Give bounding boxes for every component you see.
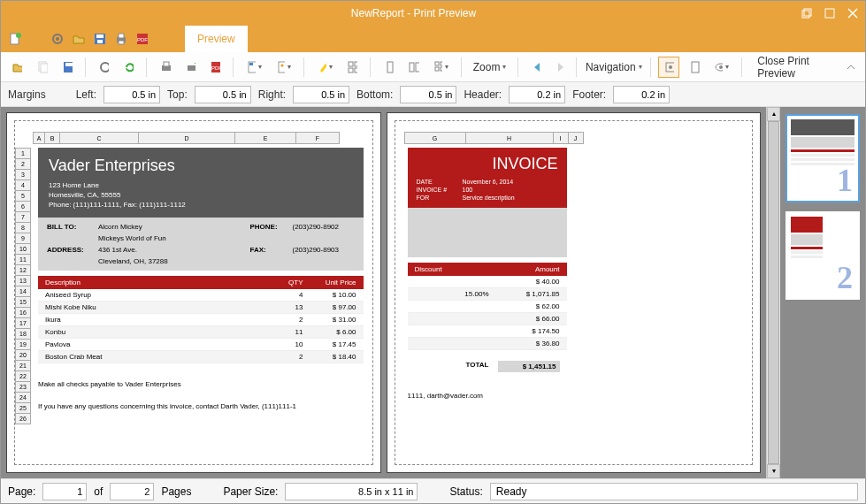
svg-rect-38 xyxy=(435,62,439,65)
open-icon[interactable] xyxy=(70,30,88,48)
left-input[interactable] xyxy=(103,86,160,103)
footer-label: Footer: xyxy=(572,88,606,101)
svg-rect-10 xyxy=(96,34,103,38)
export-rtf-button[interactable] xyxy=(241,57,267,78)
top-input[interactable] xyxy=(195,86,251,103)
thumbnails-panel: 1 2 xyxy=(780,107,865,478)
svg-point-6 xyxy=(16,33,21,38)
window-title: NewReport - Print Preview xyxy=(26,7,801,19)
bill-to-box: BILL TO:Alcorn MickeyPHONE:(203)290-8902… xyxy=(38,218,364,271)
svg-rect-40 xyxy=(435,67,439,71)
table-row: Konbu11$ 6.00 xyxy=(38,326,364,339)
maximize-icon[interactable] xyxy=(824,8,835,19)
vertical-scrollbar[interactable]: ▴▾ xyxy=(766,107,780,478)
table-header: DescriptionQTYUnit Price xyxy=(38,276,364,289)
svg-rect-1 xyxy=(804,9,811,16)
copy-button[interactable] xyxy=(31,57,52,78)
gear-icon[interactable] xyxy=(49,30,66,48)
refresh-button[interactable] xyxy=(118,57,139,78)
pdf-icon[interactable]: PDF xyxy=(134,30,151,48)
zoom-button[interactable]: Zoom xyxy=(469,57,510,78)
expand-ribbon-icon[interactable] xyxy=(840,57,860,78)
view-button[interactable] xyxy=(709,57,735,78)
select-tool-button[interactable] xyxy=(683,57,704,78)
status-label: Status: xyxy=(449,485,482,498)
svg-text:PDF: PDF xyxy=(211,65,220,71)
paper-label: Paper Size: xyxy=(223,485,278,498)
table-row: Ikura2$ 31.00 xyxy=(38,314,364,326)
quick-print-button[interactable] xyxy=(180,57,201,78)
close-preview-button[interactable]: Close Print Preview xyxy=(749,57,837,78)
notes: Make all checks payable to Vader Enterpr… xyxy=(38,379,364,413)
page-input[interactable] xyxy=(42,483,87,500)
page-label: Page: xyxy=(8,485,35,498)
contact-line: 1111, darth@vader.com xyxy=(408,392,567,400)
footer-input[interactable] xyxy=(613,86,670,103)
export-image-button[interactable] xyxy=(271,57,297,78)
paper-size[interactable] xyxy=(285,483,418,500)
table-row: Boston Crab Meat2$ 18.40 xyxy=(38,351,364,363)
thumbnails-button[interactable] xyxy=(341,57,363,78)
hand-tool-button[interactable] xyxy=(658,57,679,78)
quick-access-toolbar: PDF Preview xyxy=(1,26,865,52)
top-label: Top: xyxy=(167,88,188,101)
first-page-button[interactable] xyxy=(525,57,546,78)
page-2[interactable]: GHIJ INVOICE DATENovember 6, 2014 INVOIC… xyxy=(387,112,762,473)
new-icon[interactable] xyxy=(6,30,24,48)
right-input[interactable] xyxy=(293,86,349,103)
save-icon[interactable] xyxy=(91,30,109,48)
save-button[interactable] xyxy=(57,57,78,78)
status-bar: Page: of Pages Paper Size: Status: Ready xyxy=(1,478,865,503)
table-row: 15.00%$ 1,071.85 xyxy=(408,288,567,301)
svg-rect-34 xyxy=(355,68,357,73)
settings-button[interactable] xyxy=(93,57,114,78)
items-table: Aniseed Syrup4$ 10.00Mishi Kobe Niku13$ … xyxy=(38,289,364,363)
table-row: $ 66.00 xyxy=(408,313,567,325)
bottom-input[interactable] xyxy=(400,86,456,103)
svg-rect-33 xyxy=(349,68,353,73)
amount-header: DiscountAmount xyxy=(408,263,567,276)
pages-count xyxy=(110,483,154,500)
svg-rect-29 xyxy=(279,62,286,73)
page-1[interactable]: ABCDEF 123456789101112131415161718192021… xyxy=(6,112,381,473)
layout-two-button[interactable] xyxy=(402,57,424,78)
table-row: Mishi Kobe Niku13$ 97.00 xyxy=(38,302,364,314)
header-input[interactable] xyxy=(509,86,565,103)
print-icon[interactable] xyxy=(112,30,130,48)
svg-point-8 xyxy=(56,37,59,41)
svg-rect-2 xyxy=(825,9,834,18)
table-row: $ 40.00 xyxy=(408,276,567,288)
header-label: Header: xyxy=(464,88,502,101)
layout-single-button[interactable] xyxy=(378,57,399,78)
col-labels-p1: ABCDEF xyxy=(33,132,339,144)
table-row: $ 36.80 xyxy=(408,338,567,350)
main-toolbar: PDF Zoom Navigation Close Print Preview xyxy=(1,52,865,82)
close-icon[interactable] xyxy=(847,8,858,19)
export-pdf-button[interactable]: PDF xyxy=(204,57,226,78)
tab-preview[interactable]: Preview xyxy=(185,26,248,52)
layout-grid-button[interactable] xyxy=(428,57,455,78)
open-button[interactable] xyxy=(6,57,27,78)
status-text: Ready xyxy=(490,483,858,500)
restore-icon[interactable] xyxy=(801,8,812,19)
last-page-button[interactable] xyxy=(549,57,570,78)
svg-rect-18 xyxy=(41,64,47,73)
titlebar: NewReport - Print Preview xyxy=(1,1,865,26)
bottom-label: Bottom: xyxy=(356,88,393,101)
preview-pages: ABCDEF 123456789101112131415161718192021… xyxy=(1,107,766,478)
svg-rect-35 xyxy=(387,62,393,73)
preview-content: ABCDEF 123456789101112131415161718192021… xyxy=(1,107,865,478)
qa-dropdown-icon[interactable] xyxy=(155,30,172,48)
svg-rect-32 xyxy=(355,62,357,66)
highlight-button[interactable] xyxy=(311,57,338,78)
thumbnail-2[interactable]: 2 xyxy=(786,211,860,300)
row-labels-p1: 1234567891011121314151617181920212223242… xyxy=(15,148,31,424)
print-button[interactable] xyxy=(154,57,175,78)
left-label: Left: xyxy=(76,88,96,101)
margins-bar: Margins Left: Top: Right: Bottom: Header… xyxy=(1,82,865,107)
svg-rect-13 xyxy=(119,34,124,38)
svg-rect-37 xyxy=(416,63,418,72)
navigation-button[interactable]: Navigation xyxy=(584,57,643,78)
svg-rect-41 xyxy=(441,67,443,71)
thumbnail-1[interactable]: 1 xyxy=(786,114,860,202)
